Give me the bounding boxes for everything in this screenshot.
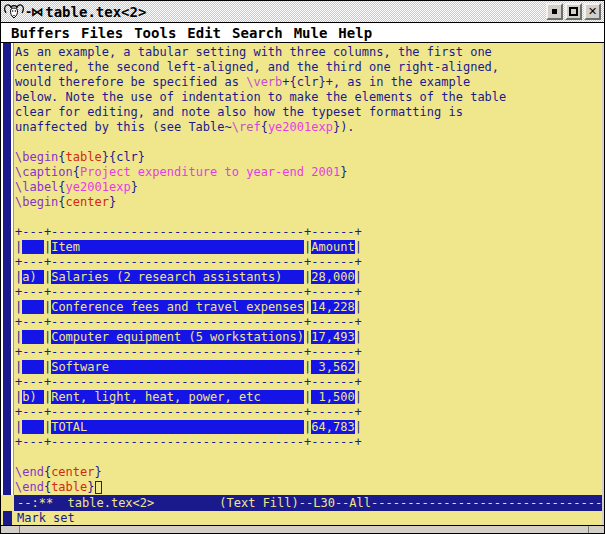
buffer-line[interactable]: +---+-----------------------------------…	[15, 375, 600, 390]
buffer-line[interactable]: |b) |Rent, light, heat, power, etc | 1,5…	[15, 390, 600, 405]
buffer-text-segment: ye2001exp	[268, 120, 333, 134]
buffer-text-segment: {	[261, 120, 268, 134]
menu-item-buffers[interactable]: Buffers	[11, 25, 70, 41]
buffer-text-segment: \label	[15, 180, 58, 194]
buffer-text-segment: \begin	[15, 150, 58, 164]
buffer-text-segment: |	[355, 330, 362, 344]
buffer-line[interactable]: +---+-----------------------------------…	[15, 405, 600, 420]
buffer-text-segment: }	[131, 180, 138, 194]
buffer-text-segment: +---+-----------------------------------…	[15, 345, 362, 359]
buffer-text-segment: +{clr}+, as in the example	[282, 75, 470, 89]
buffer-text-segment: \verb	[246, 75, 282, 89]
minibuffer-scrollbar-thumb[interactable]	[3, 511, 12, 525]
buffer-line[interactable]: \begin{table}{clr}	[15, 150, 600, 165]
buffer-line[interactable]: | |Software | 3,562|	[15, 360, 600, 375]
buffer-text-segment: 1,500	[311, 390, 354, 404]
buffer-text-segment: Software	[51, 360, 304, 374]
buffer-line[interactable]	[15, 210, 600, 225]
window-title: table.tex<2>	[45, 4, 146, 20]
buffer-line[interactable]: clear for editing, and note also how the…	[15, 105, 600, 120]
buffer-text-segment: 17,493	[311, 330, 354, 344]
buffer-text-segment: clear for editing, and note also how the…	[15, 105, 463, 119]
buffer-text-segment: 64,783	[311, 420, 354, 434]
menu-item-tools[interactable]: Tools	[134, 25, 176, 41]
buffer-text-segment: 28,000	[311, 270, 354, 284]
menu-item-edit[interactable]: Edit	[187, 25, 221, 41]
menu-item-files[interactable]: Files	[81, 25, 123, 41]
buffer-text-segment: +---+-----------------------------------…	[15, 285, 362, 299]
mode-line: --:** table.tex<2> (Text Fill)--L30--All…	[14, 495, 602, 511]
buffer-text-segment: Salaries (2 research assistants)	[51, 270, 304, 284]
buffer-line[interactable]: \label{ye2001exp}	[15, 180, 600, 195]
buffer-text-segment: }	[95, 465, 102, 479]
buffer-text-segment: |	[355, 270, 362, 284]
buffer-line[interactable]: |a) |Salaries (2 research assistants) |2…	[15, 270, 600, 285]
buffer-line[interactable]: unaffected by this (see Table~\ref{ye200…	[15, 120, 600, 135]
buffer-text-segment: table	[66, 150, 102, 164]
maximize-button[interactable]	[565, 3, 582, 20]
iconify-button[interactable]	[546, 3, 563, 20]
buffer-line[interactable]: +---+-----------------------------------…	[15, 255, 600, 270]
buffer-line[interactable]: centered, the second left-aligned, and t…	[15, 60, 600, 75]
scrollbar-thumb[interactable]	[3, 43, 11, 495]
buffer-line[interactable]: | |Item |Amount|	[15, 240, 600, 255]
buffer-text-segment: +---+-----------------------------------…	[15, 255, 362, 269]
menu-item-search[interactable]: Search	[232, 25, 283, 41]
buffer-text-segment: Item	[51, 240, 304, 254]
buffer-text-segment: would therefore be specified as	[15, 75, 246, 89]
gnu-emacs-icon	[3, 3, 25, 21]
buffer-text-segment: centered, the second left-aligned, and t…	[15, 60, 499, 74]
buffer-line[interactable]	[15, 450, 600, 465]
buffer-line[interactable]: +---+-----------------------------------…	[15, 435, 600, 450]
echo-message: Mark set	[17, 511, 75, 526]
buffer-line[interactable]: would therefore be specified as \verb+{c…	[15, 75, 600, 90]
buffer-line[interactable]: below. Note the use of indentation to ma…	[15, 90, 600, 105]
buffer-line[interactable]: | |TOTAL |64,783|	[15, 420, 600, 435]
text-cursor	[95, 481, 102, 494]
scrollbar-track[interactable]	[1, 43, 14, 495]
buffer-text-segment: +---+-----------------------------------…	[15, 405, 362, 419]
buffer-text-segment: {	[58, 195, 65, 209]
buffer-line[interactable]: As an example, a tabular setting with th…	[15, 45, 600, 60]
buffer-text-segment: 14,228	[311, 300, 354, 314]
buffer-text-segment: |	[355, 420, 362, 434]
buffer-text-segment: \begin	[15, 195, 58, 209]
buffer-line[interactable]: \end{center}	[15, 465, 600, 480]
buffer-line[interactable]: +---+-----------------------------------…	[15, 225, 600, 240]
title-bar[interactable]: -⋈ table.tex<2> ✕	[1, 1, 604, 23]
buffer-text-segment: +---+-----------------------------------…	[15, 225, 362, 239]
buffer-line[interactable]: | |Conference fees and travel expenses|1…	[15, 300, 600, 315]
buffer-text-segment: {	[58, 150, 65, 164]
buffer-line[interactable]: \end{table}	[15, 480, 600, 495]
buffer-line[interactable]: +---+-----------------------------------…	[15, 315, 600, 330]
pushpin-icon: -⋈	[25, 5, 42, 19]
echo-area[interactable]: Mark set	[1, 511, 602, 526]
close-icon: ✕	[588, 6, 597, 17]
buffer-text-segment: }	[109, 195, 116, 209]
buffer-text-segment: +---+-----------------------------------…	[15, 315, 362, 329]
buffer-line[interactable]: +---+-----------------------------------…	[15, 345, 600, 360]
emacs-window: -⋈ table.tex<2> ✕ BuffersFilesToolsEditS…	[0, 0, 605, 534]
buffer-line[interactable]: | |Computer equipment (5 workstations)|1…	[15, 330, 600, 345]
buffer-text-segment: }	[340, 165, 347, 179]
buffer-text-segment: ye2001exp	[66, 180, 131, 194]
buffer-text-area[interactable]: As an example, a tabular setting with th…	[15, 45, 600, 497]
resize-corner-separator-right	[588, 526, 589, 533]
menu-item-mule[interactable]: Mule	[294, 25, 328, 41]
buffer-line[interactable]: +---+-----------------------------------…	[15, 285, 600, 300]
menu-item-help[interactable]: Help	[338, 25, 372, 41]
buffer-text-segment: 3,562	[311, 360, 354, 374]
buffer-text-segment: |	[355, 300, 362, 314]
buffer-line[interactable]: \begin{center}	[15, 195, 600, 210]
close-button[interactable]: ✕	[584, 3, 601, 20]
buffer-line[interactable]: \caption{Project expenditure to year-end…	[15, 165, 600, 180]
buffer-text-segment: {	[73, 165, 80, 179]
buffer-line[interactable]	[15, 135, 600, 150]
buffer-text-segment	[22, 360, 44, 374]
buffer-text-segment: Computer equipment (5 workstations)	[51, 330, 304, 344]
buffer-text-segment: }	[87, 480, 94, 494]
buffer-text-segment: TOTAL	[51, 420, 304, 434]
buffer-text-segment: \ref	[232, 120, 261, 134]
bottom-resize-handle[interactable]	[1, 525, 604, 533]
buffer-text-segment: }{clr}	[102, 150, 145, 164]
